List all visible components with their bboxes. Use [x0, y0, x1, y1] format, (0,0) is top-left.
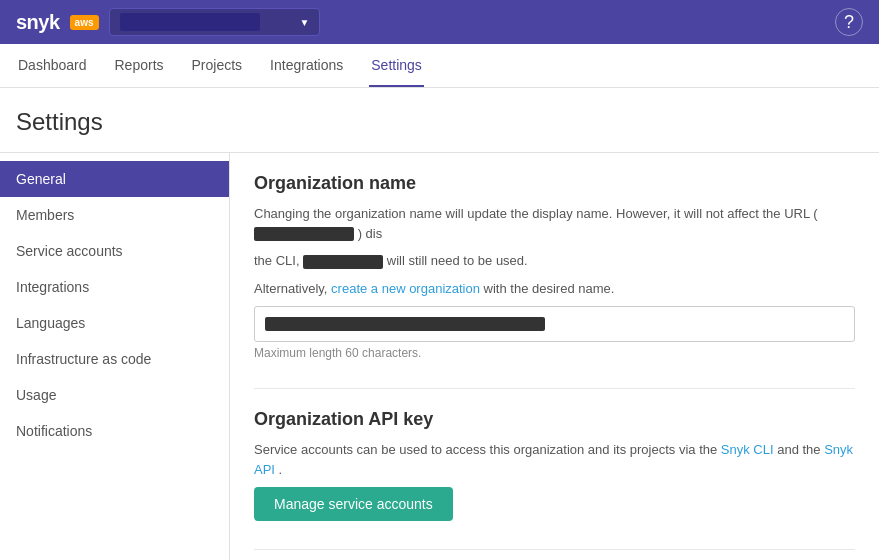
- page-header: Settings: [0, 88, 879, 153]
- sidebar-item-notifications[interactable]: Notifications: [0, 413, 229, 449]
- help-icon[interactable]: ?: [835, 8, 863, 36]
- org-name-alt: Alternatively, create a new organization…: [254, 279, 855, 299]
- org-name-input-redacted: [265, 317, 545, 331]
- org-selector-text: [120, 13, 260, 31]
- sidebar-item-service-accounts[interactable]: Service accounts: [0, 233, 229, 269]
- snyk-logo: snyk: [16, 11, 60, 34]
- chevron-down-icon: ▼: [300, 17, 310, 28]
- nav-settings[interactable]: Settings: [369, 45, 424, 87]
- secondary-nav: Dashboard Reports Projects Integrations …: [0, 44, 879, 88]
- org-api-key-section: Organization API key Service accounts ca…: [254, 409, 855, 521]
- snyk-cli-link[interactable]: Snyk CLI: [721, 442, 774, 457]
- nav-integrations[interactable]: Integrations: [268, 45, 345, 87]
- redacted-org-url: [254, 227, 354, 241]
- aws-badge: aws: [70, 15, 99, 30]
- main-content: Organization name Changing the organizat…: [230, 153, 879, 560]
- nav-reports[interactable]: Reports: [113, 45, 166, 87]
- char-limit-label: Maximum length 60 characters.: [254, 346, 855, 360]
- redacted-org-slug: [303, 255, 383, 269]
- content-layout: General Members Service accounts Integra…: [0, 153, 879, 560]
- org-selector[interactable]: ▼: [109, 8, 321, 36]
- sidebar-item-general[interactable]: General: [0, 161, 229, 197]
- org-name-title: Organization name: [254, 173, 855, 194]
- org-name-desc: Changing the organization name will upda…: [254, 204, 855, 243]
- page-container: Settings General Members Service account…: [0, 88, 879, 560]
- org-name-input-wrapper[interactable]: [254, 306, 855, 342]
- page-title: Settings: [16, 108, 863, 136]
- org-api-key-desc: Service accounts can be used to access t…: [254, 440, 855, 479]
- manage-service-accounts-button[interactable]: Manage service accounts: [254, 487, 453, 521]
- sidebar-item-integrations[interactable]: Integrations: [0, 269, 229, 305]
- org-api-key-title: Organization API key: [254, 409, 855, 430]
- sidebar-item-usage[interactable]: Usage: [0, 377, 229, 413]
- top-nav-left: snyk aws ▼: [16, 8, 320, 36]
- org-name-desc-2: the CLI, will still need to be used.: [254, 251, 855, 271]
- sidebar-item-languages[interactable]: Languages: [0, 305, 229, 341]
- sidebar-item-iac[interactable]: Infrastructure as code: [0, 341, 229, 377]
- top-nav: snyk aws ▼ ?: [0, 0, 879, 44]
- create-new-org-link[interactable]: create a new organization: [331, 281, 480, 296]
- nav-dashboard[interactable]: Dashboard: [16, 45, 89, 87]
- nav-projects[interactable]: Projects: [190, 45, 245, 87]
- section-divider-1: [254, 388, 855, 389]
- section-divider-2: [254, 549, 855, 550]
- sidebar-item-members[interactable]: Members: [0, 197, 229, 233]
- sidebar: General Members Service accounts Integra…: [0, 153, 230, 560]
- org-name-section: Organization name Changing the organizat…: [254, 173, 855, 360]
- snyk-logo-text: snyk: [16, 11, 60, 34]
